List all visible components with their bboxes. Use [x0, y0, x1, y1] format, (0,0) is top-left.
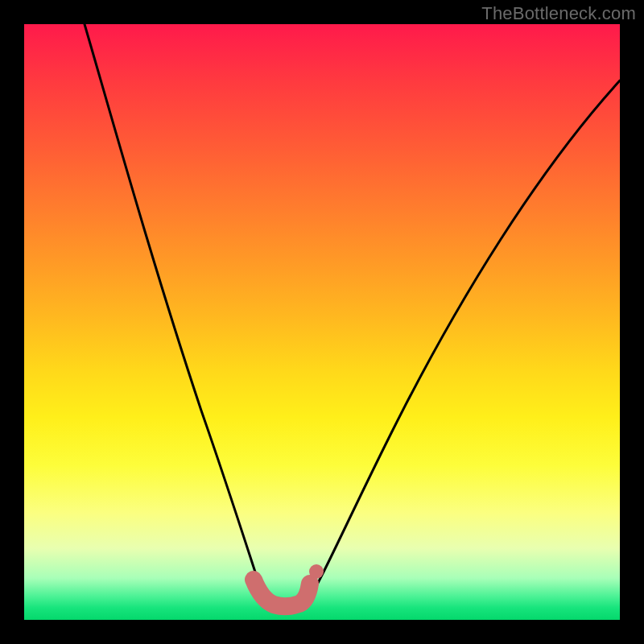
left-curve [85, 24, 266, 604]
chart-frame: TheBottleneck.com [0, 0, 644, 644]
basin-dot [309, 564, 324, 579]
basin-band [254, 580, 310, 606]
plot-area [24, 24, 620, 620]
chart-svg [24, 24, 620, 620]
watermark-text: TheBottleneck.com [481, 3, 636, 24]
right-curve [306, 80, 620, 604]
